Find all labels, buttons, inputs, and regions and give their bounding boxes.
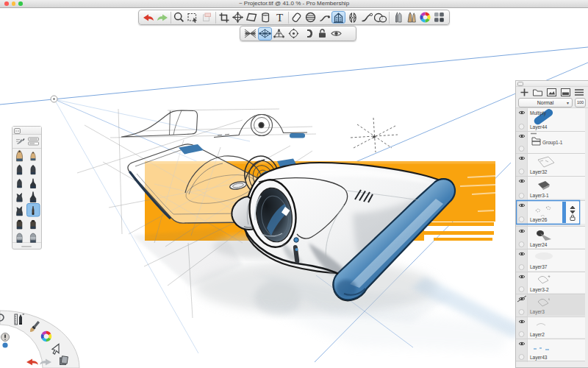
svg-text:Layer3: Layer3	[530, 309, 545, 315]
svg-text:Layer32: Layer32	[530, 169, 548, 175]
svg-text:Layer24: Layer24	[530, 242, 548, 248]
svg-text:Layer44: Layer44	[530, 124, 548, 130]
svg-text:Layer2: Layer2	[530, 332, 545, 338]
svg-text:Layer37: Layer37	[530, 264, 548, 270]
svg-text:Group1-1: Group1-1	[542, 140, 563, 146]
svg-text:Layer43: Layer43	[530, 355, 548, 361]
svg-text:Multiply: Multiply	[530, 110, 547, 116]
svg-text:Layer3-2: Layer3-2	[530, 287, 549, 293]
svg-text:Layer3-1: Layer3-1	[530, 193, 549, 199]
svg-text:Layer26: Layer26	[530, 217, 548, 223]
